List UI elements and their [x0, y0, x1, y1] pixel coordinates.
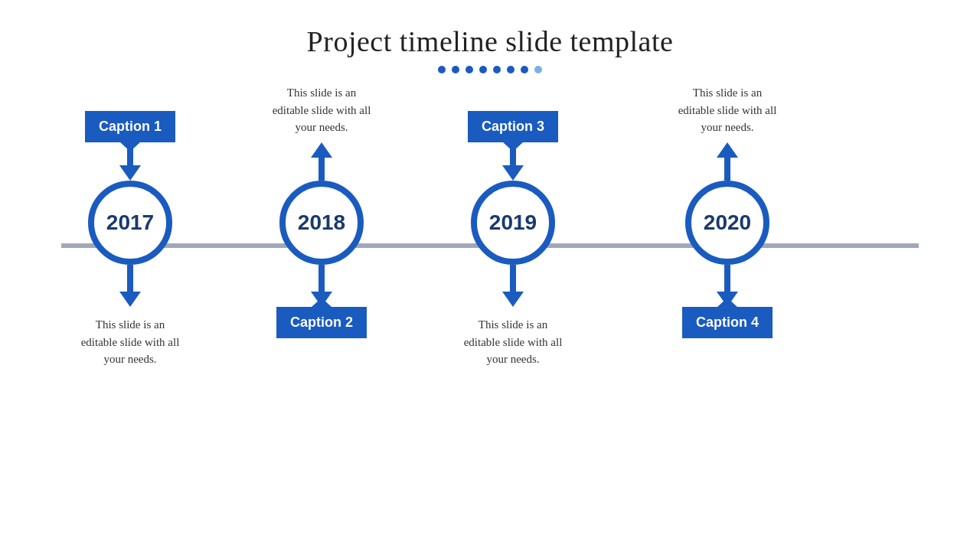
arrow-head-1 [119, 165, 141, 181]
circle-3: 2019 [471, 181, 555, 265]
dot-7 [521, 66, 528, 73]
dot-5 [493, 66, 501, 73]
year-1: 2017 [106, 210, 154, 235]
timeline-area: Caption 1 2017 This slide is aneditable … [31, 81, 949, 410]
caption-box-2: Caption 2 [276, 307, 367, 338]
arrow-stem-4b [724, 265, 730, 292]
dot-8 [534, 66, 542, 73]
dot-4 [479, 66, 487, 73]
arrow-up-4 [717, 142, 738, 181]
desc-1: This slide is aneditable slide with ally… [81, 318, 180, 365]
slide-title: Project timeline slide template [307, 24, 674, 58]
dots-row [307, 66, 674, 73]
dot-2 [452, 66, 459, 73]
arrow-head-3b [502, 292, 524, 307]
arrow-head-3 [502, 165, 524, 181]
timeline-item-3: Caption 3 2019 This slide is aneditable … [436, 81, 590, 368]
dot-1 [438, 66, 446, 73]
timeline-item-4: This slide is aneditable slide with ally… [643, 81, 812, 338]
dot-3 [466, 66, 473, 73]
arrow-stem-4 [724, 158, 730, 181]
caption-box-4: Caption 4 [682, 307, 773, 338]
year-3: 2019 [489, 210, 537, 235]
year-2: 2018 [298, 210, 345, 235]
arrow-head-4 [717, 142, 738, 158]
circle-4: 2020 [685, 181, 769, 265]
desc-4: This slide is aneditable slide with ally… [678, 84, 777, 136]
arrow-stem-1b [127, 265, 133, 292]
arrow-up-2 [311, 142, 332, 181]
timeline-item-1: Caption 1 2017 This slide is aneditable … [54, 81, 207, 368]
arrow-head-2 [311, 142, 332, 158]
dot-6 [507, 66, 514, 73]
circle-2: 2018 [279, 181, 364, 265]
arrow-down-3b [502, 265, 524, 307]
arrow-down-1b [119, 265, 141, 307]
arrow-stem-3b [510, 265, 516, 292]
arrow-stem-2 [318, 158, 325, 181]
circle-1: 2017 [88, 181, 172, 265]
caption-box-1: Caption 1 [85, 111, 175, 142]
timeline-item-2: This slide is aneditable slide with ally… [245, 81, 398, 338]
caption-box-3: Caption 3 [468, 111, 558, 142]
slide-container: Project timeline slide template Caption … [0, 0, 980, 551]
arrow-stem-2b [318, 265, 325, 292]
desc-3: This slide is aneditable slide with ally… [464, 318, 563, 365]
year-4: 2020 [704, 210, 751, 235]
arrow-head-1b [119, 292, 141, 307]
title-area: Project timeline slide template [307, 24, 674, 73]
desc-2: This slide is aneditable slide with ally… [273, 84, 371, 136]
